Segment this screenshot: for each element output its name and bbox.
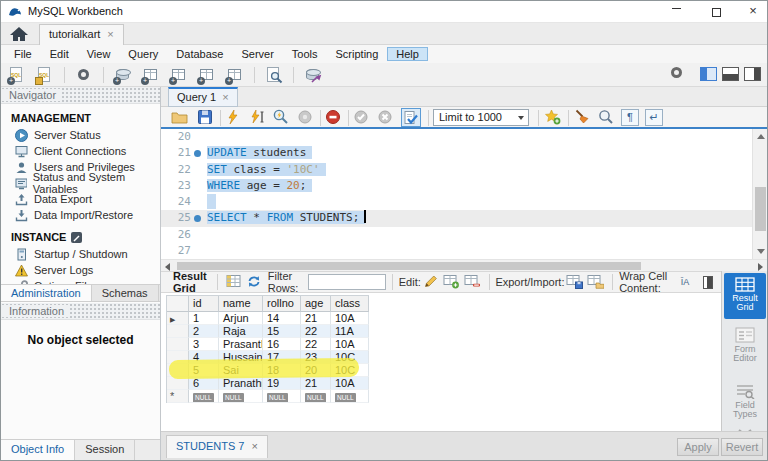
- execute-current-statement-button[interactable]: [249, 109, 267, 126]
- row-limit-dropdown[interactable]: Limit to 1000 rows: [433, 109, 529, 126]
- grid-row[interactable]: ▶ 1 Arjun 14 21 10A: [167, 312, 369, 325]
- tab-query-1[interactable]: Query 1×: [168, 87, 238, 107]
- grid-new-row[interactable]: * NULL NULL NULL NULL NULL: [167, 390, 369, 403]
- updates-indicator-icon[interactable]: [670, 66, 686, 82]
- refresh-button[interactable]: [246, 274, 262, 290]
- menu-server[interactable]: Server: [232, 47, 282, 61]
- create-procedure-button[interactable]: +: [197, 65, 217, 85]
- menu-help[interactable]: Help: [387, 47, 428, 61]
- scroll-left-icon[interactable]: [165, 263, 170, 271]
- stop-button[interactable]: [297, 109, 315, 126]
- sidebar-item-server-status[interactable]: Server Status: [1, 127, 160, 143]
- plug-icon: [311, 74, 322, 84]
- explain-button[interactable]: [273, 109, 291, 126]
- scroll-up-icon[interactable]: [757, 134, 765, 139]
- close-button[interactable]: ×: [738, 1, 768, 23]
- menu-tools[interactable]: Tools: [283, 47, 327, 61]
- editor-vertical-scrollbar[interactable]: [752, 129, 767, 259]
- filter-rows-input[interactable]: [308, 274, 386, 290]
- inspector-button[interactable]: [74, 65, 94, 85]
- home-tab-button[interactable]: [9, 26, 31, 43]
- grid-row[interactable]: 3 Prasanth 16 22 10A: [167, 338, 369, 351]
- apply-button[interactable]: Apply: [677, 438, 719, 456]
- find-button[interactable]: [598, 109, 616, 126]
- new-snippet-button[interactable]: [544, 109, 562, 126]
- create-schema-button[interactable]: +: [113, 65, 133, 85]
- sidebar-item-data-import[interactable]: Data Import/Restore: [1, 207, 160, 223]
- menu-file[interactable]: File: [5, 47, 41, 61]
- execute-button[interactable]: [225, 109, 243, 126]
- toggle-stop-on-error-button[interactable]: [325, 109, 343, 126]
- scroll-right-icon[interactable]: [758, 263, 763, 271]
- query-tab-close-icon[interactable]: ×: [222, 91, 228, 103]
- search-objects-button[interactable]: [264, 65, 284, 85]
- import-tray-icon: [15, 209, 28, 222]
- result-grid-view-button[interactable]: ResultGrid: [724, 273, 766, 319]
- tab-administration[interactable]: Administration: [1, 285, 92, 301]
- sidebar-item-startup-shutdown[interactable]: Startup / Shutdown: [1, 246, 160, 262]
- save-button[interactable]: [197, 109, 215, 126]
- import-recordset-button[interactable]: [587, 274, 604, 290]
- beautify-button[interactable]: [574, 109, 592, 126]
- scroll-down-icon[interactable]: [757, 249, 765, 254]
- create-table-button[interactable]: +: [141, 65, 161, 85]
- toggle-preview-panel-button[interactable]: [703, 276, 713, 289]
- toggle-autocommit-button[interactable]: [401, 108, 421, 127]
- menu-query[interactable]: Query: [119, 47, 167, 61]
- scrollbar-thumb[interactable]: [177, 262, 641, 270]
- insert-row-button[interactable]: [443, 274, 460, 290]
- tab-session[interactable]: Session: [75, 440, 135, 460]
- wrap-cell-icon[interactable]: ĪA: [681, 277, 690, 287]
- open-sql-script-button[interactable]: SQL: [35, 65, 55, 85]
- commit-button[interactable]: [353, 109, 371, 126]
- menu-bar: File Edit View Query Database Server Too…: [1, 45, 767, 63]
- result-side-panel: ResultGrid FormEditor FieldTypes: [721, 271, 767, 431]
- menu-view[interactable]: View: [78, 47, 120, 61]
- tab-students-7[interactable]: STUDENTS 7×: [166, 435, 268, 458]
- tab-close-icon[interactable]: ×: [107, 28, 113, 40]
- menu-database[interactable]: Database: [167, 47, 232, 61]
- field-types-button[interactable]: FieldTypes: [724, 383, 766, 419]
- menu-edit[interactable]: Edit: [41, 47, 78, 61]
- toggle-right-sidebar-button[interactable]: [744, 67, 761, 81]
- sidebar-item-status-variables[interactable]: Status and System Variables: [1, 175, 160, 191]
- field-types-icon: [735, 383, 755, 399]
- tab-schemas[interactable]: Schemas: [92, 285, 159, 301]
- grid-row-highlighted[interactable]: 5 Sai 18 20 10C: [167, 364, 369, 377]
- sidebar-item-client-connections[interactable]: Client Connections: [1, 143, 160, 159]
- grid-row[interactable]: 2 Raja 15 22 11A: [167, 325, 369, 338]
- edit-record-button[interactable]: [423, 274, 439, 290]
- column-header-age[interactable]: age: [301, 296, 331, 312]
- grid-icon[interactable]: [226, 274, 242, 290]
- grid-row[interactable]: 6 Pranathi 19 21 10A: [167, 377, 369, 390]
- menu-scripting[interactable]: Scripting: [327, 47, 388, 61]
- export-recordset-button[interactable]: [566, 274, 583, 290]
- grid-row[interactable]: 4 Hussain 17 23 10C: [167, 351, 369, 364]
- new-sql-tab-button[interactable]: SQL+: [7, 65, 27, 85]
- revert-button[interactable]: Revert: [721, 438, 763, 456]
- tab-tutorialkart[interactable]: tutorialkart×: [39, 24, 124, 45]
- form-editor-button[interactable]: FormEditor: [724, 327, 766, 363]
- column-header-name[interactable]: name: [219, 296, 263, 312]
- inspector-icon: [78, 69, 89, 80]
- create-view-button[interactable]: +: [169, 65, 189, 85]
- delete-row-button[interactable]: [464, 274, 481, 290]
- toggle-output-area-button[interactable]: [722, 67, 739, 81]
- scrollbar-thumb[interactable]: [755, 187, 766, 231]
- wrap-text-button[interactable]: ↵: [645, 109, 663, 126]
- toggle-left-sidebar-button[interactable]: [700, 67, 717, 81]
- rollback-button[interactable]: [377, 109, 395, 126]
- column-header-class[interactable]: class: [331, 296, 369, 312]
- result-tab-close-icon[interactable]: ×: [251, 440, 257, 452]
- sidebar-item-server-logs[interactable]: Server Logs: [1, 262, 160, 278]
- show-invisibles-button[interactable]: ¶: [621, 109, 639, 126]
- open-file-button[interactable]: [171, 109, 189, 126]
- migration-button[interactable]: [303, 65, 323, 85]
- tab-object-info[interactable]: Object Info: [1, 440, 75, 460]
- sql-editor[interactable]: 20 21UPDATE students 22SET class = '10C'…: [161, 129, 767, 259]
- column-header-id[interactable]: id: [189, 296, 219, 312]
- maximize-button[interactable]: [701, 1, 731, 23]
- column-header-rollno[interactable]: rollno: [263, 296, 301, 312]
- minimize-button[interactable]: [661, 1, 691, 23]
- create-function-button[interactable]: +: [225, 65, 245, 85]
